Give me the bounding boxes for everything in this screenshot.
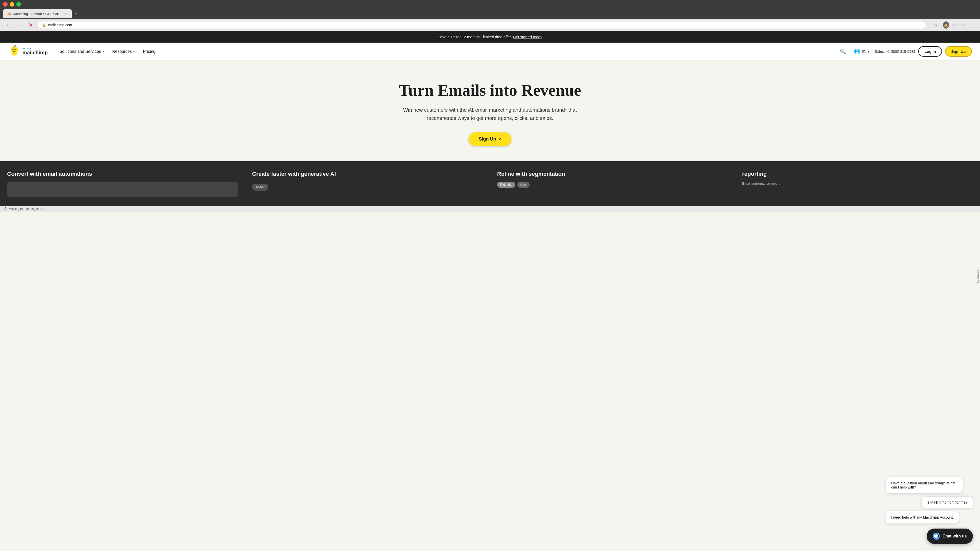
nav-pricing-label: Pricing [143,49,156,54]
window-close-button[interactable] [3,2,8,6]
search-icon: 🔍 [840,48,846,55]
feature-card-preview-1 [7,182,238,197]
language-selector[interactable]: 🌐 EN ▾ [851,47,872,56]
active-tab[interactable]: 🐵 Marketing, Automation & Email... ✕ [3,9,72,18]
lang-label: EN [861,49,866,54]
lang-chevron-icon: ▾ [867,49,869,54]
nav-solutions-button[interactable]: Solutions and Services ▾ [56,47,108,56]
address-bar[interactable]: 🔒 mailchimp.com [38,21,927,29]
nav-pricing-button[interactable]: Pricing [139,47,159,56]
announcement-text: Save 50% for 12 months [438,35,479,39]
tab-close-button[interactable]: ✕ [64,12,68,16]
logo-link[interactable] [8,45,21,58]
reload-button[interactable]: ✕ [27,21,35,29]
announcement-banner: Save 50% for 12 months - limited time of… [0,31,980,43]
mailchimp-label: mailchimp [22,50,48,56]
feature-cards: Convert with email automations Create fa… [0,161,980,206]
menu-button[interactable]: ⋮ [968,21,976,29]
browser-addressbar: ← → ✕ 🔒 mailchimp.com ☆ 🕵 Incognito ⋮ [0,19,980,31]
badge-potential: Potential [497,182,515,188]
ssl-lock-icon: 🔒 [42,23,46,27]
resources-chevron-icon: ▾ [133,50,135,53]
incognito-icon: 🕵 [943,23,948,27]
hero-section: Turn Emails into Revenue Win new custome… [0,60,980,161]
feature-ai-badge: Assist [252,184,268,191]
globe-icon: 🌐 [854,48,860,55]
feature-card-title-1: Convert with email automations [7,170,238,178]
intuit-label: INTUIT [22,48,48,50]
badge-new: New [517,182,530,188]
feature-card-reporting[interactable]: reporting Email performance report [735,161,980,206]
svg-rect-5 [12,52,17,54]
feature-card-automations[interactable]: Convert with email automations [0,161,245,206]
browser-titlebar [0,0,980,9]
back-button[interactable]: ← [4,21,12,29]
mailchimp-logo-icon [8,45,21,57]
window-maximize-button[interactable] [16,2,21,6]
loading-status-text: Waiting for bat.bing.com... [9,207,45,211]
window-controls [3,2,21,6]
nav-resources-label: Resources [112,49,132,54]
incognito-label: Incognito [952,23,966,27]
tab-favicon: 🐵 [7,12,11,16]
signup-button-hero[interactable]: Sign Up ↗ [469,132,511,146]
main-navigation: INTUIT mailchimp Solutions and Services … [0,43,980,60]
login-button[interactable]: Log In [918,46,942,57]
feature-card-ai[interactable]: Create faster with generative AI Assist [245,161,490,206]
announcement-subtext: - limited time offer. [480,35,512,39]
nav-solutions-label: Solutions and Services [59,49,101,54]
nav-resources-button[interactable]: Resources ▾ [109,47,138,56]
feature-card-title-3: Refine with segmentation [497,170,728,178]
feature-reporting-subtitle: Email performance report [742,182,973,186]
bookmark-button[interactable]: ☆ [932,21,940,29]
svg-point-2 [13,49,14,50]
nav-right-section: 🔍 🌐 EN ▾ Sales: +1 (800) 315-5939 Log In… [838,46,972,57]
search-button[interactable]: 🔍 [838,46,848,57]
browser-extras: ☆ 🕵 Incognito ⋮ [932,21,976,29]
loading-spinner-icon [4,207,7,210]
profile-button[interactable]: 🕵 [942,21,950,29]
signup-button-nav[interactable]: Sign Up [945,46,972,57]
sales-phone: Sales: +1 (800) 315-5939 [875,49,915,54]
logo-area: INTUIT mailchimp [8,45,48,58]
svg-point-7 [15,45,16,46]
browser-chrome: 🐵 Marketing, Automation & Email... ✕ + ←… [0,0,980,31]
cursor-icon: ↗ [498,137,501,141]
hero-subtitle: Win new customers with the #1 email mark… [401,106,579,122]
feature-card-segmentation[interactable]: Refine with segmentation Potential New [490,161,735,206]
announcement-cta[interactable]: Get started today [513,35,542,39]
nav-links: Solutions and Services ▾ Resources ▾ Pri… [56,47,838,56]
browser-status-bar: Waiting for bat.bing.com... [0,206,980,212]
website-content: Save 50% for 12 months - limited time of… [0,31,980,206]
forward-button[interactable]: → [15,21,24,29]
hero-title: Turn Emails into Revenue [10,81,970,100]
window-minimize-button[interactable] [10,2,14,6]
feature-card-title-2: Create faster with generative AI [252,170,483,178]
url-display: mailchimp.com [48,23,922,27]
svg-point-3 [15,49,16,50]
new-tab-button[interactable]: + [73,10,80,17]
signup-hero-label: Sign Up [479,137,496,142]
solutions-chevron-icon: ▾ [103,50,104,53]
tab-title: Marketing, Automation & Email... [13,12,62,16]
tab-bar: 🐵 Marketing, Automation & Email... ✕ + [0,9,980,19]
feature-card-title-4: reporting [742,170,973,178]
